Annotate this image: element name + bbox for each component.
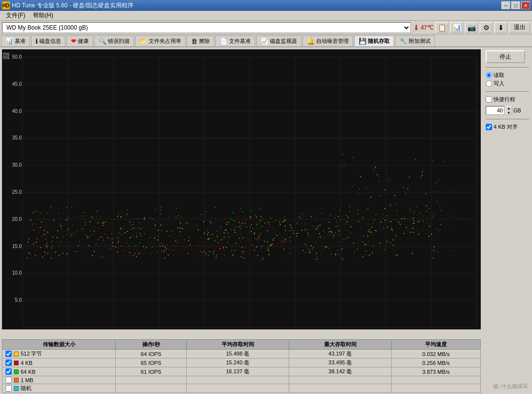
tab-noise-management[interactable]: 🔔 自动噪音管理 [302,36,353,46]
copy-button[interactable]: 📋 [435,22,448,33]
read-radio[interactable] [486,72,492,78]
gb-up-button[interactable]: ▲ [505,106,512,110]
tab-erase[interactable]: 🗑 擦除 [187,36,214,46]
x-axis-label: 9000 [413,331,424,337]
stats-row-checkbox[interactable] [5,351,12,357]
tab-health[interactable]: ❤ 健康 [66,36,93,46]
camera-button[interactable]: 📷 [465,22,478,33]
filebench-tab-icon: 📄 [220,37,228,45]
stats-row: 64 KB61 IOPS16.137 毫38.142 毫3.873 MB/s [2,367,481,376]
tab-bar: 📊 基准 ℹ 磁盘信息 ❤ 健康 🔍 错误扫描 📁 文件夹占用率 🗑 擦除 📄 … [0,35,532,47]
quick-progress-checkbox[interactable] [486,96,492,103]
stats-header-max-access: 最大存取时间 [289,340,392,350]
write-radio-label[interactable]: 写入 [486,80,529,87]
stats-row: 512 字节64 IOPS15.498 毫43.197 毫0.032 MB/s [2,350,481,358]
quick-progress-text: 快捷行程 [494,96,515,103]
align-4kb-label[interactable]: 4 KB 对齐 [486,123,529,131]
stats-avg_speed-cell: 0.256 MB/s [392,358,481,367]
tab-disk-info[interactable]: ℹ 磁盘信息 [31,36,66,46]
erase-tab-icon: 🗑 [191,37,198,45]
stats-size-cell: 4 KB [2,358,116,367]
x-axis-label: 2000 [103,331,114,337]
stats-size-label: 512 字节 [21,350,42,358]
stats-row-checkbox[interactable] [5,377,12,383]
x-axis-label: 6000 [280,331,291,337]
stats-iops-cell: 65 IOPS [116,358,187,367]
settings-button[interactable]: ⚙ [480,22,493,33]
write-radio-text: 写入 [494,80,504,87]
stats-size-label: 4 KB [21,360,33,366]
gb-spinner: ▲ ▼ [505,106,512,115]
stats-row: 1 MB [2,376,481,384]
download-button[interactable]: ⬇ [495,22,507,33]
temperature-icon: 🌡 [413,24,420,32]
stats-row-checkbox[interactable] [5,359,12,366]
x-axis-labels: 0100020003000400050006000700080009000100… [2,329,481,338]
chart-button[interactable]: 📊 [450,22,463,33]
stats-avg_speed-cell: 0.032 MB/s [392,350,481,358]
app-icon: HD [2,1,10,9]
stats-size-cell: 64 KB [2,367,116,376]
stop-button[interactable]: 停止 [486,50,525,63]
stats-header-avg-access: 平均存取时间 [187,340,289,350]
main-content: ms 0100020003000400050006000700080009000… [0,47,532,394]
stats-avg_speed-cell [392,384,481,393]
write-radio[interactable] [486,80,492,87]
divider-3 [486,119,529,119]
extra-tab-icon: 🔧 [399,37,407,45]
drive-selector[interactable]: WD My Book 25EE (10000 gB) [2,22,411,33]
exit-button[interactable]: 退出 [509,22,530,33]
stats-header-iops: 操作/秒 [116,340,187,350]
maximize-button[interactable]: □ [511,1,520,9]
quick-progress-label[interactable]: 快捷行程 [486,96,529,103]
stats-header-avg-speed: 平均速度 [392,340,481,350]
stats-row-checkbox[interactable] [5,368,12,375]
watermark: 值↑什么值得买 [493,383,529,390]
tab-erase-label: 擦除 [199,37,210,45]
minimize-button[interactable]: ─ [501,1,510,9]
read-radio-label[interactable]: 读取 [486,72,529,79]
tab-extra-tests[interactable]: 🔧 附加测试 [395,36,435,46]
align-4kb-checkbox[interactable] [486,124,492,130]
tab-folder-usage[interactable]: 📁 文件夹占用率 [135,36,186,46]
tab-error-scan-label: 错误扫描 [108,37,130,45]
monitor-tab-icon: 📈 [261,37,268,45]
gb-unit-label: GB [513,107,521,113]
divider-2 [486,91,529,92]
window-controls: ─ □ ✕ [501,1,530,9]
stats-max_access-cell: 43.197 毫 [289,350,392,358]
stats-size-cell: 512 字节 [2,350,116,358]
gb-down-button[interactable]: ▼ [505,110,512,115]
window-title: HD Tune 专业版 5.60 - 硬盘/固态硬盘实用程序 [12,1,501,10]
tab-benchmark[interactable]: 📊 基准 [1,36,30,46]
stats-iops-cell [116,384,187,393]
legend-color-dot [14,369,19,374]
tab-file-benchmark[interactable]: 📄 文件基准 [215,36,255,46]
stats-row: 4 KB65 IOPS15.240 毫33.495 毫0.256 MB/s [2,358,481,367]
stats-row-checkbox[interactable] [5,385,12,392]
x-axis-label: 7000 [324,331,335,337]
stats-table: 传输数据大小 操作/秒 平均存取时间 最大存取时间 平均速度 512 字节64 … [2,339,481,393]
stats-iops-cell: 61 IOPS [116,367,187,376]
stats-avg_speed-cell [392,376,481,384]
tab-file-benchmark-label: 文件基准 [229,37,251,45]
x-axis-label: 8000 [368,331,379,337]
folder-tab-icon: 📁 [139,37,147,45]
tab-error-scan[interactable]: 🔍 错误扫描 [94,36,134,46]
options-group: 快捷行程 [486,96,529,103]
stats-avg_access-cell [187,376,289,384]
stats-avg_access-cell: 15.498 毫 [187,350,289,358]
health-tab-icon: ❤ [71,37,76,45]
gb-input[interactable] [486,106,504,115]
stats-area: 传输数据大小 操作/秒 平均存取时间 最大存取时间 平均速度 512 字节64 … [0,338,483,394]
x-axis-label: 5000 [236,331,247,337]
x-axis-label: 0 [23,331,26,337]
tab-disk-monitor[interactable]: 📈 磁盘监视器 [256,36,301,46]
menu-file[interactable]: 文件(F) [2,10,29,21]
menu-help[interactable]: 帮助(H) [29,10,57,21]
legend-color-dot [14,360,19,365]
stats-tbody: 512 字节64 IOPS15.498 毫43.197 毫0.032 MB/s4… [2,350,481,393]
tab-random-access[interactable]: 💾 随机存取 [354,36,394,46]
tab-disk-monitor-label: 磁盘监视器 [270,37,297,45]
close-button[interactable]: ✕ [521,1,530,9]
